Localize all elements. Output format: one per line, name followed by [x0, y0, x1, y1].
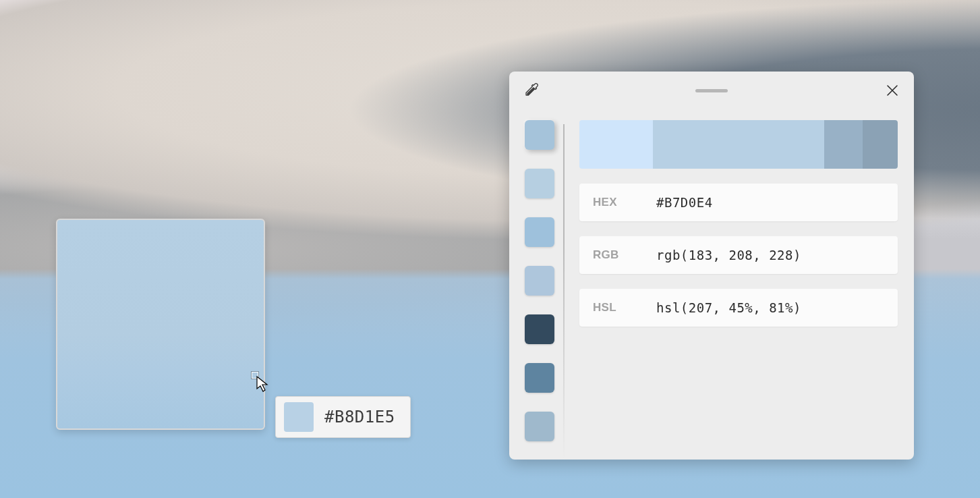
color-magnifier: [56, 219, 265, 430]
hover-hex-value: #B8D1E5: [324, 408, 395, 426]
hex-label: HEX: [593, 196, 656, 209]
rgb-value: rgb(183, 208, 228): [656, 248, 801, 262]
history-swatch[interactable]: [525, 363, 554, 393]
history-swatch[interactable]: [525, 266, 554, 296]
shade-strip[interactable]: [579, 120, 898, 169]
hex-row[interactable]: HEX #B7D0E4: [579, 184, 898, 221]
hex-value: #B7D0E4: [656, 195, 713, 210]
drag-grip-icon[interactable]: [695, 89, 728, 92]
close-button[interactable]: [880, 78, 904, 103]
color-detail: HEX #B7D0E4 RGB rgb(183, 208, 228) HSL h…: [570, 116, 900, 460]
hover-color-tooltip: #B8D1E5: [275, 396, 411, 438]
history-swatch[interactable]: [525, 412, 554, 441]
hsl-value: hsl(207, 45%, 81%): [656, 300, 801, 315]
hover-swatch: [284, 402, 314, 432]
history-swatch[interactable]: [525, 217, 554, 247]
history-swatch[interactable]: [525, 169, 554, 198]
color-picker-panel: HEX #B7D0E4 RGB rgb(183, 208, 228) HSL h…: [509, 72, 914, 460]
hsl-row[interactable]: HSL hsl(207, 45%, 81%): [579, 289, 898, 327]
panel-titlebar[interactable]: [509, 72, 914, 109]
panel-body: HEX #B7D0E4 RGB rgb(183, 208, 228) HSL h…: [509, 109, 914, 460]
eyedropper-button[interactable]: [521, 80, 543, 101]
hsl-label: HSL: [593, 301, 656, 314]
close-icon: [886, 84, 898, 96]
eyedropper-icon: [524, 82, 540, 99]
pixel-target-indicator: [252, 372, 258, 379]
color-history-list: [516, 116, 563, 460]
history-swatch[interactable]: [525, 120, 554, 150]
shade-segment[interactable]: [653, 120, 825, 169]
shade-segment[interactable]: [579, 120, 653, 169]
shade-segment[interactable]: [863, 120, 898, 169]
rgb-row[interactable]: RGB rgb(183, 208, 228): [579, 236, 898, 274]
rgb-label: RGB: [593, 248, 656, 262]
history-swatch[interactable]: [525, 314, 554, 344]
shade-segment[interactable]: [824, 120, 863, 169]
